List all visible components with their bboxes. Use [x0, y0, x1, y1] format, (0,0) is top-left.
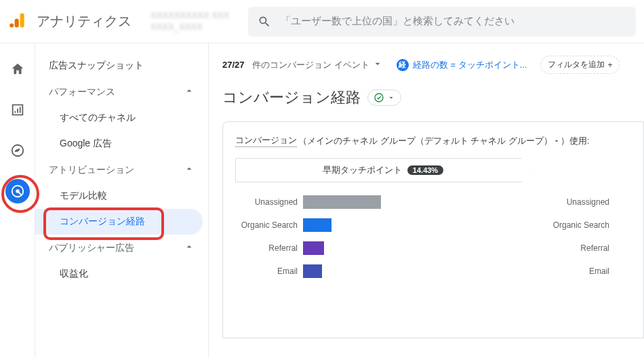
search-input[interactable]: 「ユーザー数で上位の国」と検索してみてください	[248, 7, 636, 37]
search-icon	[258, 15, 271, 28]
search-placeholder: 「ユーザー数で上位の国」と検索してみてください	[281, 15, 515, 28]
sidebar-item-conversion-paths[interactable]: コンバージョン経路	[35, 209, 203, 235]
chevron-up-icon	[184, 85, 195, 98]
product-name: アナリティクス	[37, 12, 132, 31]
channel-bar-chart-right: Unassigned Organic Search Referral Email	[547, 191, 643, 283]
chevron-up-icon	[184, 163, 195, 176]
left-rail	[0, 43, 35, 358]
add-filter-button[interactable]: フィルタを追加 +	[540, 56, 620, 74]
table-row: Email	[547, 260, 643, 283]
sidebar-snapshot[interactable]: 広告スナップショット	[41, 53, 203, 79]
table-row: Email	[235, 260, 539, 283]
card-dimension-selector[interactable]: コンバージョン （メインのチャネル グループ（デフォルト チャネル グループ） …	[235, 134, 643, 147]
sidebar-section-publisher[interactable]: パブリッシャー広告	[41, 235, 203, 261]
rail-reports-icon[interactable]	[5, 98, 30, 122]
svg-rect-0	[20, 14, 24, 28]
top-bar: アナリティクス XXXXXXXXXX XXX XXXX_XXXX 「ユーザー数で…	[0, 0, 644, 43]
caret-down-icon	[552, 137, 561, 145]
main-content: 27/27 件のコンバージョン イベント 経 経路の数 = タッチポイント...…	[209, 43, 644, 358]
chevron-up-icon	[184, 241, 195, 254]
sidebar: 広告スナップショット パフォーマンス すべてのチャネル Google 広告 アト…	[35, 43, 209, 358]
table-row: Referral	[235, 237, 539, 260]
status-pill[interactable]	[367, 90, 401, 106]
rail-home-icon[interactable]	[5, 57, 30, 81]
sidebar-section-attribution[interactable]: アトリビューション	[41, 157, 203, 183]
path-filter-chip[interactable]: 経 経路の数 = タッチポイント...	[390, 56, 534, 74]
ga-logo: アナリティクス	[8, 11, 132, 32]
svg-point-6	[375, 94, 383, 102]
svg-point-2	[9, 23, 14, 27]
sidebar-section-performance[interactable]: パフォーマンス	[41, 79, 203, 105]
analytics-icon	[8, 11, 27, 32]
caret-down-icon	[387, 94, 395, 102]
sidebar-item-monetization[interactable]: 収益化	[35, 261, 203, 287]
funnel-step-early[interactable]: 早期タッチポイント 14.43%	[235, 158, 531, 182]
caret-down-icon	[372, 58, 383, 71]
table-row: Organic Search	[235, 214, 539, 237]
table-row: Unassigned	[235, 191, 539, 214]
conversion-events-dropdown[interactable]: 27/27 件のコンバージョン イベント	[222, 58, 383, 71]
page-title: コンバージョン経路	[222, 87, 361, 108]
plus-icon: +	[607, 60, 612, 70]
table-row: Unassigned	[547, 191, 643, 214]
sidebar-item-model-comparison[interactable]: モデル比較	[35, 183, 203, 209]
table-row: Referral	[547, 237, 643, 260]
check-circle-icon	[374, 92, 384, 103]
rail-explore-icon[interactable]	[5, 138, 30, 163]
chip-badge-icon: 経	[397, 59, 409, 71]
svg-rect-1	[15, 18, 19, 27]
percentage-badge: 14.43%	[407, 165, 443, 175]
rail-advertising-icon[interactable]	[5, 179, 30, 203]
property-selector[interactable]: XXXXXXXXXX XXX XXXX_XXXX	[150, 10, 229, 33]
table-row: Organic Search	[547, 214, 643, 237]
sidebar-item-google-ads[interactable]: Google 広告	[35, 131, 203, 157]
channel-bar-chart: Unassigned Organic Search Referral	[235, 191, 539, 283]
conversion-path-card: コンバージョン （メインのチャネル グループ（デフォルト チャネル グループ） …	[222, 121, 644, 338]
sidebar-item-all-channels[interactable]: すべてのチャネル	[35, 105, 203, 131]
